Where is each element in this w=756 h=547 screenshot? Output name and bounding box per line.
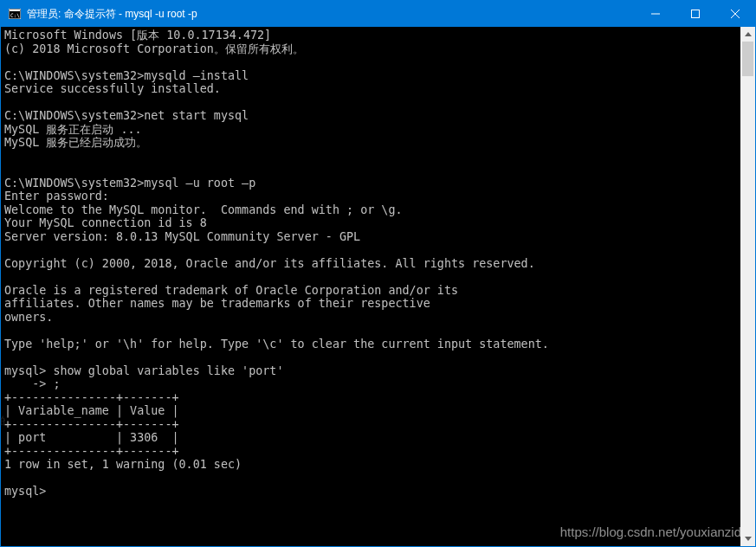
- cmd-icon: C:\: [8, 7, 22, 21]
- titlebar[interactable]: C:\ 管理员: 命令提示符 - mysql -u root -p: [1, 1, 755, 27]
- scroll-down-button[interactable]: [740, 531, 755, 546]
- terminal-area: Microsoft Windows [版本 10.0.17134.472] (c…: [1, 27, 755, 546]
- terminal-output[interactable]: Microsoft Windows [版本 10.0.17134.472] (c…: [1, 27, 740, 546]
- maximize-button[interactable]: [675, 1, 715, 27]
- close-button[interactable]: [715, 1, 755, 27]
- svg-marker-8: [745, 537, 752, 541]
- window-title: 管理员: 命令提示符 - mysql -u root -p: [27, 7, 636, 22]
- minimize-button[interactable]: [636, 1, 675, 27]
- svg-marker-7: [745, 32, 752, 36]
- svg-text:C:\: C:\: [10, 12, 20, 18]
- scroll-up-button[interactable]: [740, 27, 755, 42]
- command-prompt-window: C:\ 管理员: 命令提示符 - mysql -u root -p Micros…: [0, 0, 756, 547]
- vertical-scrollbar[interactable]: [740, 27, 755, 546]
- svg-rect-1: [10, 10, 20, 11]
- scroll-thumb[interactable]: [742, 42, 753, 76]
- window-controls: [636, 1, 755, 27]
- scroll-track[interactable]: [740, 42, 755, 531]
- svg-rect-4: [692, 10, 700, 18]
